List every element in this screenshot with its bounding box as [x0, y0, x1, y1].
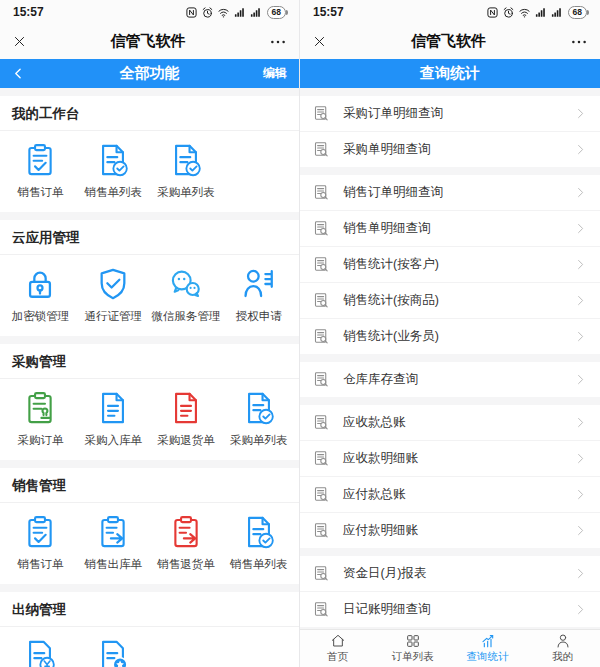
list-item-label: 销售订单明细查询	[343, 184, 443, 201]
list-item-label: 销售统计(业务员)	[343, 328, 439, 345]
clipboard-arrow-icon	[169, 515, 203, 549]
list-item-label: 日记账明细查询	[343, 601, 431, 618]
list-item[interactable]: 应收款明细账	[300, 440, 600, 476]
status-bar: 15:57 68	[300, 0, 600, 24]
clock: 15:57	[313, 5, 344, 19]
list-item[interactable]: 销售统计(按客户)	[300, 246, 600, 282]
list-item[interactable]: 销售订单明细查询	[300, 175, 600, 210]
app-shortcut[interactable]: 采购订单	[4, 391, 77, 448]
clipboard-seal-icon	[23, 391, 57, 425]
close-icon	[312, 34, 327, 49]
app-shortcut[interactable]: 银行日记账	[77, 639, 150, 667]
person-doc-icon	[242, 267, 276, 301]
report-search-icon	[313, 522, 330, 539]
app-shortcut-label: 采购单列表	[230, 433, 288, 448]
tab-orders[interactable]: 订单列表	[375, 630, 450, 667]
app-shortcut[interactable]: 授权申请	[222, 267, 295, 324]
app-shortcut[interactable]: 采购单列表	[222, 391, 295, 448]
list-item-label: 应收款总账	[343, 414, 406, 431]
nfc-icon	[486, 6, 499, 19]
list-item[interactable]: 资金日(月)报表	[300, 556, 600, 591]
list-item[interactable]: 销售单明细查询	[300, 210, 600, 246]
app-shortcut[interactable]: 销售订单	[4, 515, 77, 572]
list-item[interactable]: 应付款明细账	[300, 512, 600, 548]
edit-button[interactable]: 编辑	[263, 65, 287, 82]
close-icon[interactable]	[312, 34, 327, 49]
list-group: 仓库库存查询	[300, 362, 600, 397]
more-icon[interactable]	[269, 33, 287, 51]
app-shortcut[interactable]: 采购入库单	[77, 391, 150, 448]
tab-bar: 首页订单列表查询统计我的	[300, 629, 600, 667]
tab-mine[interactable]: 我的	[525, 630, 600, 667]
list-item[interactable]: 应收款总账	[300, 405, 600, 440]
list-item[interactable]: 销售统计(业务员)	[300, 318, 600, 354]
list-item[interactable]: 采购单明细查询	[300, 131, 600, 167]
app-shortcut[interactable]: 加密锁管理	[4, 267, 77, 324]
chevron-right-icon	[574, 294, 587, 307]
doc-check-icon	[96, 143, 130, 177]
more-icon[interactable]	[570, 33, 588, 51]
report-search-icon	[313, 450, 330, 467]
list-item-label: 销售统计(按客户)	[343, 256, 439, 273]
wechat-icon	[169, 267, 203, 301]
doc-star-icon	[96, 639, 130, 667]
section-grid: 采购订单采购入库单采购退货单采购单列表	[0, 379, 299, 460]
chevron-right-icon	[574, 452, 587, 465]
shield-check-icon	[96, 267, 130, 301]
list-item[interactable]: 仓库库存查询	[300, 362, 600, 397]
clipboard-arrow-icon	[96, 515, 130, 549]
left-sections: 我的工作台销售订单销售单列表采购单列表云应用管理加密锁管理通行证管理微信服务管理…	[0, 88, 299, 667]
more-icon	[269, 33, 287, 51]
page-title: 查询统计	[300, 64, 600, 83]
nav-bar: 信管飞软件	[300, 24, 600, 59]
back-icon[interactable]	[12, 67, 25, 80]
list-item[interactable]: 日记账明细查询	[300, 591, 600, 627]
app-shortcut[interactable]: 销售单列表	[77, 143, 150, 200]
wifi-icon	[518, 6, 531, 19]
app-shortcut-label: 销售出库单	[84, 557, 142, 572]
tab-home[interactable]: 首页	[300, 630, 375, 667]
app-shortcut[interactable]: 微信服务管理	[150, 267, 223, 324]
status-icons: 68	[185, 6, 286, 19]
doc-check-icon	[242, 391, 276, 425]
report-search-icon	[313, 486, 330, 503]
app-shortcut[interactable]: 销售订单	[4, 143, 77, 200]
list-group: 应收款总账应收款明细账应付款总账应付款明细账	[300, 405, 600, 548]
list-item[interactable]: 销售统计(按商品)	[300, 282, 600, 318]
clipboard-check-icon	[23, 143, 57, 177]
status-icons: 68	[486, 6, 587, 19]
section-title: 出纳管理	[0, 601, 299, 627]
app-shortcut[interactable]: 采购单列表	[150, 143, 223, 200]
section-grid: 销售订单销售出库单销售退货单销售单列表	[0, 503, 299, 584]
app-shortcut-label: 销售退货单	[157, 557, 215, 572]
chevron-right-icon	[574, 488, 587, 501]
app-shortcut[interactable]: 销售退货单	[150, 515, 223, 572]
doc-check-icon	[169, 143, 203, 177]
app-shortcut[interactable]: 销售单列表	[222, 515, 295, 572]
page-header: 全部功能 编辑	[0, 59, 299, 88]
lock-icon	[23, 267, 57, 301]
report-search-icon	[313, 292, 330, 309]
list-item[interactable]: 应付款总账	[300, 476, 600, 512]
status-bar: 15:57 68	[0, 0, 299, 24]
chevron-right-icon	[574, 143, 587, 156]
signal-icon	[550, 6, 563, 19]
app-shortcut[interactable]: 销售出库单	[77, 515, 150, 572]
close-icon	[12, 34, 27, 49]
app-shortcut[interactable]: 采购退货单	[150, 391, 223, 448]
app-shortcut[interactable]: 通行证管理	[77, 267, 150, 324]
doc-lines-icon	[96, 391, 130, 425]
report-search-icon	[313, 414, 330, 431]
wechat-icon	[169, 267, 203, 301]
alarm-icon	[201, 6, 214, 19]
tab-query[interactable]: 查询统计	[450, 630, 525, 667]
chevron-right-icon	[574, 186, 587, 199]
close-icon[interactable]	[12, 34, 27, 49]
chevron-right-icon	[574, 143, 587, 156]
report-search-icon	[313, 565, 330, 582]
list-item[interactable]: 采购订单明细查询	[300, 96, 600, 131]
signal-icon	[534, 6, 547, 19]
section-title: 销售管理	[0, 477, 299, 503]
section-grid: 现金日记账银行日记账	[0, 627, 299, 667]
app-shortcut[interactable]: 现金日记账	[4, 639, 77, 667]
